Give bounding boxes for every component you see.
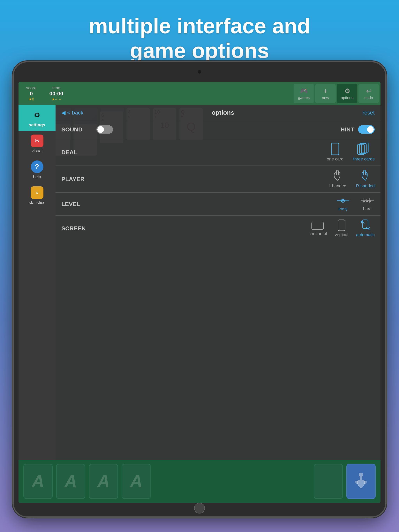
tablet-home-button[interactable]	[194, 503, 205, 513]
header-section: multiple interface and game options	[0, 0, 399, 69]
deal-one-label: one card	[327, 157, 343, 162]
deal-three-label: three cards	[353, 157, 375, 162]
screen-label: SCREEN	[61, 225, 93, 232]
level-hard-choice[interactable]: hard	[360, 196, 375, 211]
options-main: ◀ < back options reset SOUND	[56, 105, 380, 460]
score-value: 0	[30, 90, 33, 97]
undo-icon: ↩	[366, 87, 372, 95]
bottom-card-area: A A A A	[19, 460, 380, 503]
hint-toggle[interactable]	[358, 125, 375, 134]
options-panel: ⚙ settings ✂ visual ? help ⚬ statistics	[19, 105, 380, 460]
level-easy-choice[interactable]: easy	[336, 196, 350, 211]
tablet-frame: score 0 ★0 time 00:00 ★--:-- 🎮 games + n…	[14, 62, 385, 516]
player-right-label: R handed	[356, 184, 375, 189]
reset-button[interactable]: reset	[363, 110, 375, 116]
screen-row: SCREEN horizontal vertical	[56, 215, 380, 241]
auto-screen-icon	[359, 219, 372, 231]
deal-three-cards-choice[interactable]: three cards	[353, 143, 375, 162]
back-chevron-icon: ◀	[61, 109, 66, 116]
time-label: time	[52, 85, 60, 90]
undo-label: undo	[364, 96, 373, 100]
tablet-screen: score 0 ★0 time 00:00 ★--:-- 🎮 games + n…	[19, 82, 380, 503]
back-button[interactable]: ◀ < back	[61, 109, 83, 116]
undo-button[interactable]: ↩ undo	[359, 84, 379, 103]
blue-card-button[interactable]	[346, 464, 376, 499]
vertical-screen-icon	[337, 219, 346, 231]
hint-label: HINT	[341, 126, 354, 133]
level-label: LEVEL	[61, 201, 93, 207]
plus-icon: +	[323, 87, 328, 95]
player-left-label: L handed	[329, 184, 346, 189]
options-sidebar: ⚙ settings ✂ visual ? help ⚬ statistics	[19, 105, 56, 460]
level-easy-label: easy	[338, 206, 347, 211]
time-section: time 00:00 ★--:--	[44, 85, 69, 101]
svg-rect-0	[331, 143, 339, 155]
svg-rect-23	[363, 220, 368, 228]
visual-icon-bg: ✂	[31, 134, 44, 147]
ace-placeholder-4[interactable]: A	[122, 464, 151, 499]
back-label: < back	[67, 110, 83, 116]
deal-row: DEAL one card	[56, 139, 380, 166]
sidebar-item-help[interactable]: ? help	[19, 157, 56, 183]
svg-rect-21	[312, 222, 323, 229]
help-label: help	[33, 174, 41, 179]
easy-level-icon	[336, 196, 350, 205]
score-stars: ★0	[28, 97, 34, 101]
empty-card-slot[interactable]	[314, 464, 343, 499]
visual-label: visual	[32, 148, 42, 153]
svg-rect-22	[338, 220, 345, 231]
time-stars: ★--:--	[51, 97, 61, 101]
ace-placeholder-3[interactable]: A	[89, 464, 118, 499]
svg-rect-2	[360, 144, 366, 154]
screen-auto-label: automatic	[356, 232, 375, 237]
level-row: LEVEL easy	[56, 193, 380, 215]
left-hand-icon	[332, 170, 343, 182]
hint-toggle-knob	[367, 126, 374, 133]
settings-icon-bg: ⚙	[31, 109, 44, 121]
hard-level-icon	[360, 196, 375, 205]
sound-hint-row: SOUND HINT	[56, 120, 380, 139]
header-text: multiple interface and game options	[19, 14, 380, 63]
sound-toggle-knob	[97, 126, 104, 133]
level-hard-label: hard	[363, 206, 372, 211]
player-label: PLAYER	[61, 176, 93, 183]
sound-toggle[interactable]	[97, 125, 113, 134]
fleur-icon	[353, 473, 369, 490]
player-left-choice[interactable]: L handed	[329, 170, 346, 189]
sound-label: SOUND	[61, 126, 93, 133]
time-value: 00:00	[49, 90, 63, 97]
svg-point-13	[342, 200, 344, 202]
three-cards-icon	[357, 143, 371, 155]
screen-horizontal-choice[interactable]: horizontal	[309, 221, 327, 236]
score-section: score 0 ★0	[20, 85, 42, 101]
games-button[interactable]: 🎮 games	[294, 84, 314, 103]
game-topbar: score 0 ★0 time 00:00 ★--:-- 🎮 games + n…	[19, 82, 380, 105]
options-panel-title: options	[83, 109, 362, 116]
options-panel-header: ◀ < back options reset	[56, 105, 380, 120]
new-button[interactable]: + new	[315, 84, 336, 103]
deal-one-card-choice[interactable]: one card	[327, 143, 343, 162]
horizontal-screen-icon	[311, 221, 324, 230]
deal-label: DEAL	[61, 149, 93, 156]
tablet-camera	[198, 70, 201, 74]
sidebar-item-settings[interactable]: ⚙ settings	[19, 105, 56, 131]
reset-label: reset	[363, 110, 375, 116]
screen-vertical-choice[interactable]: vertical	[335, 219, 348, 237]
screen-auto-choice[interactable]: automatic	[356, 219, 375, 237]
options-label: options	[341, 96, 354, 100]
sidebar-item-statistics[interactable]: ⚬ statistics	[19, 183, 56, 209]
screen-vertical-label: vertical	[335, 232, 348, 237]
statistics-icon-bg: ⚬	[31, 186, 44, 199]
player-row: PLAYER L handed	[56, 166, 380, 193]
sidebar-item-visual[interactable]: ✂ visual	[19, 131, 56, 157]
games-icon: 🎮	[300, 87, 308, 95]
player-right-choice[interactable]: R handed	[356, 170, 375, 189]
ace-placeholder-2[interactable]: A	[56, 464, 85, 499]
help-icon-bg: ?	[31, 160, 44, 173]
right-hand-icon	[360, 170, 371, 182]
games-label: games	[298, 95, 309, 100]
screen-horizontal-label: horizontal	[309, 231, 327, 236]
options-button[interactable]: ⚙ options	[337, 84, 357, 103]
gear-icon: ⚙	[344, 87, 350, 95]
ace-placeholder-1[interactable]: A	[23, 464, 53, 499]
